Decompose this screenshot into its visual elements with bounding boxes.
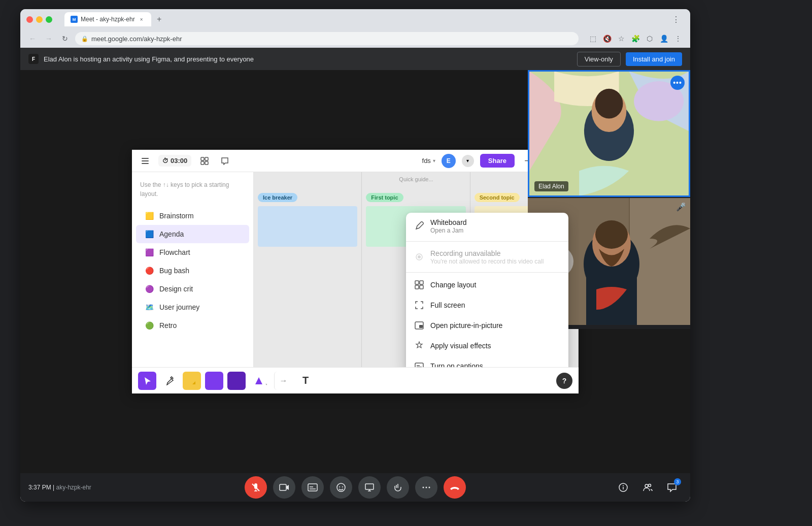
svg-rect-12 xyxy=(420,285,423,289)
circle-tool[interactable] xyxy=(205,372,223,390)
active-tab[interactable]: M Meet - aky-hzpk-ehr × xyxy=(64,12,151,26)
svg-rect-4 xyxy=(205,157,208,160)
whiteboard-label: Whiteboard xyxy=(430,218,560,227)
template-item-flowchart[interactable]: 🟪 Flowchart xyxy=(136,243,249,261)
full-screen-text: Full screen xyxy=(430,301,560,310)
cast-icon[interactable]: ⬚ xyxy=(587,32,599,45)
url-bar[interactable]: 🔒 meet.google.com/aky-hzpk-ehr xyxy=(75,32,579,45)
view-only-button[interactable]: View-only xyxy=(577,52,621,67)
close-traffic-light[interactable] xyxy=(26,16,33,23)
end-call-button[interactable] xyxy=(444,476,466,499)
figma-menu-icon[interactable] xyxy=(138,154,152,168)
chat-badge: 3 xyxy=(674,478,681,485)
mute-button[interactable] xyxy=(245,476,267,499)
profile-icon[interactable]: 👤 xyxy=(658,32,670,45)
tab-close-button[interactable]: × xyxy=(138,16,145,23)
pen-tool[interactable] xyxy=(160,372,179,390)
present-button[interactable] xyxy=(358,476,381,499)
figma-user-avatar: E xyxy=(442,154,456,168)
menu-item-full-screen[interactable]: Full screen xyxy=(406,295,568,315)
svg-rect-1 xyxy=(142,160,149,161)
captions-text: Turn on captions xyxy=(430,361,560,367)
window-controls[interactable]: ⋮ xyxy=(672,15,684,24)
bookmark-icon[interactable]: ☆ xyxy=(615,32,627,45)
cursor-tool[interactable] xyxy=(138,372,156,390)
people-button[interactable] xyxy=(637,477,658,498)
user-journey-icon: 🗺️ xyxy=(144,302,154,312)
figma-file-name[interactable]: fds ▾ xyxy=(422,157,435,165)
template-item-design-crit[interactable]: 🟣 Design crit xyxy=(136,280,249,298)
sticky-note-tool[interactable] xyxy=(183,372,201,390)
canvas-hint-label: Quick guide... xyxy=(399,176,433,182)
figma-comment-icon[interactable] xyxy=(218,154,232,168)
figma-left-panel: Use the ↑↓ keys to pick a starting layou… xyxy=(132,172,254,367)
help-button[interactable]: ? xyxy=(556,373,572,389)
mute-site-icon[interactable]: 🔇 xyxy=(601,32,613,45)
raise-hand-button[interactable] xyxy=(387,476,409,499)
profiles-icon[interactable]: ⬡ xyxy=(644,32,656,45)
svg-rect-0 xyxy=(142,158,149,159)
agenda-label: Agenda xyxy=(159,230,184,238)
svg-point-52 xyxy=(645,484,648,487)
retro-label: Retro xyxy=(159,321,177,330)
svg-point-46 xyxy=(423,487,424,488)
forward-button[interactable]: → xyxy=(43,32,55,45)
new-tab-button[interactable]: + xyxy=(153,13,165,25)
user-journey-label: User journey xyxy=(159,303,199,311)
more-options-button[interactable] xyxy=(415,476,437,499)
panel-hint: Use the ↑↓ keys to pick a starting layou… xyxy=(132,180,253,207)
menu-item-change-layout[interactable]: Change layout xyxy=(406,275,568,295)
brainstorm-label: Brainstorm xyxy=(159,212,194,220)
install-join-button[interactable]: Install and join xyxy=(626,52,682,66)
maximize-traffic-light[interactable] xyxy=(46,16,52,23)
minimize-traffic-light[interactable] xyxy=(36,16,43,23)
chat-button[interactable]: 3 xyxy=(662,477,682,498)
arrow-tool[interactable]: → xyxy=(274,372,292,390)
menu-item-whiteboard[interactable]: Whiteboard Open a Jam xyxy=(406,213,568,239)
captions-button[interactable] xyxy=(301,476,324,499)
svg-point-48 xyxy=(429,487,430,488)
video-name-elad: Elad Alon xyxy=(534,181,568,191)
rect-tool[interactable] xyxy=(227,372,246,390)
menu-item-visual-effects[interactable]: Apply visual effects xyxy=(406,336,568,356)
menu-item-pip[interactable]: Open picture-in-picture xyxy=(406,315,568,336)
svg-point-47 xyxy=(426,487,427,488)
whiteboard-text-group: Whiteboard Open a Jam xyxy=(430,218,560,234)
template-item-bug-bash[interactable]: 🔴 Bug bash xyxy=(136,261,249,280)
svg-rect-15 xyxy=(415,363,423,367)
menu-item-captions[interactable]: Turn on captions xyxy=(406,356,568,367)
menu-divider-1 xyxy=(406,241,568,242)
pip-text: Open picture-in-picture xyxy=(430,321,560,330)
svg-rect-3 xyxy=(201,157,204,160)
camera-button[interactable] xyxy=(273,476,295,499)
template-item-brainstorm[interactable]: 🟨 Brainstorm xyxy=(136,207,249,225)
info-button[interactable] xyxy=(613,477,633,498)
mic-muted-icon: 🎤 xyxy=(676,202,686,212)
recording-sublabel: You're not allowed to record this video … xyxy=(430,258,560,265)
back-button[interactable]: ← xyxy=(26,32,39,45)
shapes-tool[interactable] xyxy=(250,372,268,390)
figma-frame: ⏱ 03:00 fds ▾ xyxy=(132,150,579,393)
reactions-button[interactable] xyxy=(330,476,352,499)
recording-menu-icon xyxy=(414,252,424,262)
figma-view-icon[interactable] xyxy=(197,154,212,168)
svg-point-43 xyxy=(339,486,340,487)
more-options-elad[interactable]: ••• xyxy=(670,76,685,90)
extensions-icon[interactable]: 🧩 xyxy=(629,32,641,45)
template-item-agenda[interactable]: 🟦 Agenda xyxy=(136,225,249,243)
svg-rect-9 xyxy=(415,281,419,284)
design-crit-label: Design crit xyxy=(159,285,193,293)
text-tool[interactable]: T xyxy=(296,372,315,390)
reload-button[interactable]: ↻ xyxy=(59,32,71,45)
template-item-retro[interactable]: 🟢 Retro xyxy=(136,316,249,335)
figma-dropdown-arrow[interactable]: ▾ xyxy=(462,155,474,167)
ice-breaker-content xyxy=(258,206,357,247)
whiteboard-menu-icon xyxy=(414,221,424,231)
figma-share-button[interactable]: Share xyxy=(480,154,515,168)
pip-icon xyxy=(414,320,424,331)
more-menu-icon[interactable]: ⋮ xyxy=(672,32,684,45)
svg-rect-10 xyxy=(420,281,423,284)
call-time-display: 3:37 PM | aky-hzpk-ehr xyxy=(28,484,91,491)
svg-rect-2 xyxy=(142,163,149,164)
template-item-user-journey[interactable]: 🗺️ User journey xyxy=(136,298,249,316)
